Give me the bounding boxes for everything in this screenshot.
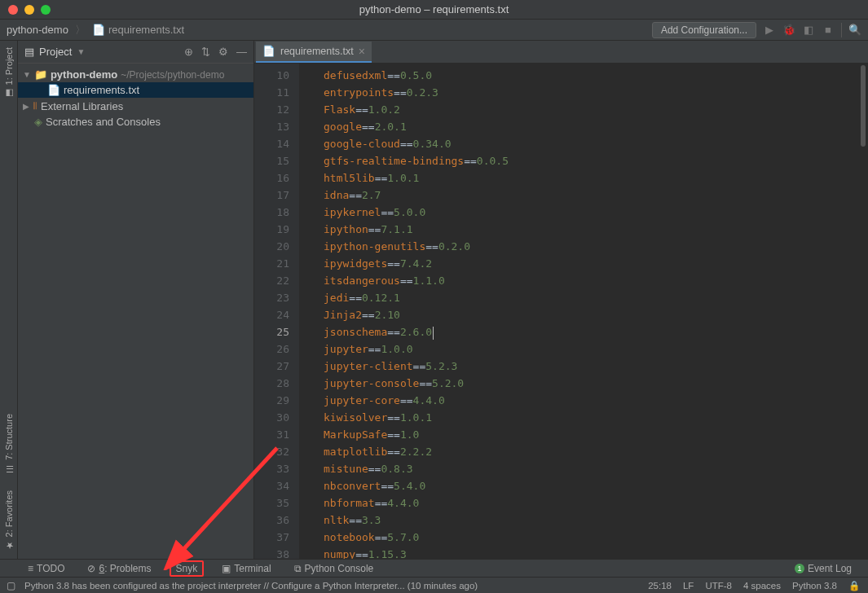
nav-toolbar: python-demo 〉 📄 requirements.txt Add Con… — [0, 20, 868, 41]
breadcrumb-file[interactable]: requirements.txt — [108, 24, 184, 36]
left-tool-strip: ◨1: Project ☰7: Structure ★2: Favorites — [0, 41, 18, 559]
sidebar-tab-project[interactable]: ◨1: Project — [3, 47, 14, 99]
maximize-window-button[interactable] — [41, 5, 51, 15]
chevron-down-icon: ▼ — [77, 47, 85, 56]
python-icon: ⧉ — [294, 563, 302, 574]
file-icon: 📄 — [92, 24, 105, 36]
file-icon: 📄 — [262, 45, 275, 57]
search-icon[interactable]: 🔍 — [848, 24, 861, 36]
tree-root[interactable]: ▼ 📁 python-demo ~/Projects/python-demo — [18, 67, 253, 82]
close-tab-icon[interactable]: × — [359, 45, 365, 58]
library-icon: ⫴ — [33, 99, 37, 112]
window-title: python-demo – requirements.txt — [359, 3, 509, 15]
code-content[interactable]: defusedxml==0.5.0entrypoints==0.2.3Flask… — [299, 64, 868, 559]
tree-scratches[interactable]: ◈ Scratches and Consoles — [18, 114, 253, 130]
bottom-tab-terminal[interactable]: ▣Terminal — [217, 561, 275, 576]
warning-icon: ⊘ — [87, 563, 95, 574]
lock-icon[interactable]: 🔒 — [848, 580, 860, 591]
project-panel-title[interactable]: ▤ Project ▼ — [24, 46, 85, 58]
status-position[interactable]: 25:18 — [648, 581, 672, 591]
event-log-button[interactable]: 1Event Log — [795, 563, 852, 574]
list-icon: ≡ — [28, 563, 33, 574]
target-icon[interactable]: ⊕ — [184, 46, 193, 58]
hide-panel-icon[interactable]: — — [236, 46, 247, 58]
scrollbar[interactable] — [861, 65, 866, 147]
tool-window-icon[interactable]: ▢ — [7, 580, 15, 591]
tree-file-requirements[interactable]: 📄 requirements.txt — [18, 82, 253, 98]
file-icon: 📄 — [47, 84, 60, 96]
folder-icon: 📁 — [34, 68, 47, 81]
stop-icon[interactable]: ■ — [822, 24, 835, 36]
status-line-sep[interactable]: LF — [683, 581, 694, 591]
terminal-icon: ▣ — [222, 563, 231, 574]
coverage-icon[interactable]: ◧ — [802, 24, 815, 36]
status-bar: ▢ Python 3.8 has been configured as the … — [0, 577, 868, 593]
line-gutter: 1011121314151617181920212223242526272829… — [254, 64, 299, 559]
bottom-tab-snyk[interactable]: Snyk — [170, 560, 205, 577]
sidebar-tab-structure[interactable]: ☰7: Structure — [3, 414, 14, 474]
code-area[interactable]: 1011121314151617181920212223242526272829… — [254, 64, 868, 559]
project-tree: ▼ 📁 python-demo ~/Projects/python-demo 📄… — [18, 64, 253, 133]
chevron-right-icon: 〉 — [75, 23, 86, 37]
bottom-tab-problems[interactable]: ⊘6: Problems — [82, 561, 156, 576]
bottom-tool-tabs: ≡TODO ⊘6: Problems Snyk ▣Terminal ⧉Pytho… — [0, 559, 868, 577]
add-configuration-button[interactable]: Add Configuration... — [652, 22, 756, 38]
tree-external-libraries[interactable]: ▶ ⫴ External Libraries — [18, 98, 253, 114]
status-sdk[interactable]: Python 3.8 — [792, 581, 837, 591]
titlebar: python-demo – requirements.txt — [0, 0, 868, 20]
bottom-tab-todo[interactable]: ≡TODO — [23, 561, 69, 576]
debug-icon[interactable]: 🐞 — [782, 24, 795, 36]
editor: 📄 requirements.txt × OFF 101112131415161… — [254, 41, 868, 559]
scratch-icon: ◈ — [34, 116, 42, 128]
status-message[interactable]: Python 3.8 has been configured as the pr… — [24, 581, 637, 591]
gear-icon[interactable]: ⚙ — [218, 46, 228, 58]
editor-tabs: 📄 requirements.txt × — [254, 41, 868, 64]
run-icon[interactable]: ▶ — [763, 24, 776, 36]
minimize-window-button[interactable] — [24, 5, 34, 15]
bottom-tab-python-console[interactable]: ⧉Python Console — [289, 561, 379, 576]
breadcrumb[interactable]: python-demo 〉 📄 requirements.txt — [7, 23, 184, 37]
project-icon: ▤ — [24, 46, 34, 58]
project-panel: ▤ Project ▼ ⊕ ⇅ ⚙ — ▼ 📁 python-demo ~/Pr… — [18, 41, 254, 559]
tab-requirements[interactable]: 📄 requirements.txt × — [256, 42, 372, 63]
expand-icon[interactable]: ⇅ — [201, 46, 210, 58]
status-indent[interactable]: 4 spaces — [743, 581, 781, 591]
sidebar-tab-favorites[interactable]: ★2: Favorites — [3, 490, 14, 551]
close-window-button[interactable] — [8, 5, 18, 15]
breadcrumb-project[interactable]: python-demo — [7, 24, 68, 36]
status-encoding[interactable]: UTF-8 — [705, 581, 732, 591]
